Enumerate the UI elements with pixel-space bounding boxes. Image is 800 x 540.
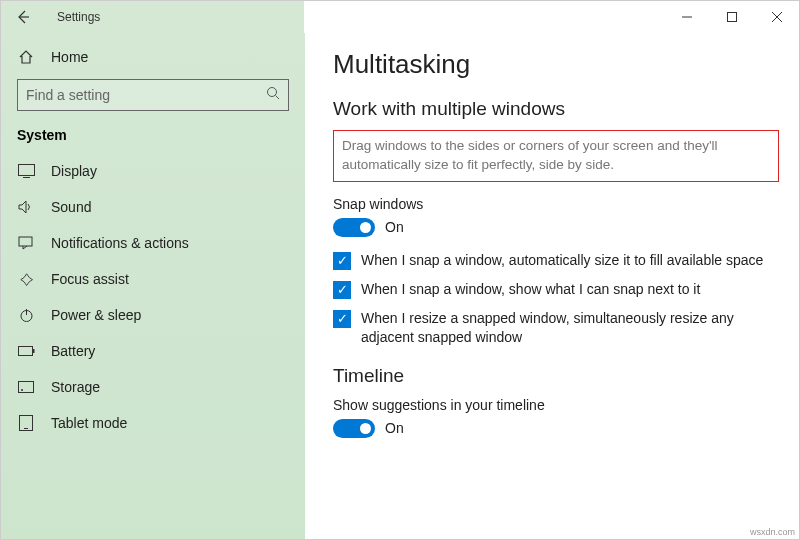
svg-rect-12: [33, 349, 35, 353]
sidebar-item-label: Battery: [51, 343, 95, 359]
tablet-icon: [17, 415, 35, 431]
svg-point-14: [21, 389, 23, 391]
minimize-icon: [682, 12, 692, 22]
minimize-button[interactable]: [664, 1, 709, 33]
titlebar: Settings: [1, 1, 799, 33]
sidebar-item-label: Sound: [51, 199, 91, 215]
svg-line-5: [276, 96, 280, 100]
section-head-windows: Work with multiple windows: [333, 98, 779, 120]
notifications-icon: [17, 236, 35, 250]
sound-icon: [17, 200, 35, 214]
checkbox-label: When I resize a snapped window, simultan…: [361, 309, 779, 347]
svg-rect-11: [18, 347, 32, 356]
svg-rect-8: [19, 237, 32, 246]
home-nav[interactable]: Home: [17, 41, 305, 73]
checkbox-resize-adjacent[interactable]: ✓ When I resize a snapped window, simult…: [333, 309, 779, 347]
svg-rect-1: [727, 13, 736, 22]
search-input[interactable]: [26, 87, 266, 103]
sidebar-item-storage[interactable]: Storage: [17, 369, 305, 405]
sidebar: Home System Display Sound Notifications …: [1, 33, 305, 539]
toggle-state: On: [385, 219, 404, 235]
maximize-button[interactable]: [709, 1, 754, 33]
storage-icon: [17, 381, 35, 393]
checkbox-label: When I snap a window, automatically size…: [361, 251, 763, 270]
toggle-knob: [360, 423, 371, 434]
timeline-suggestions-label: Show suggestions in your timeline: [333, 397, 779, 413]
sidebar-item-display[interactable]: Display: [17, 153, 305, 189]
battery-icon: [17, 346, 35, 356]
snap-windows-toggle[interactable]: On: [333, 218, 779, 237]
toggle-knob: [360, 222, 371, 233]
main-panel: Multitasking Work with multiple windows …: [305, 33, 799, 539]
sidebar-item-label: Focus assist: [51, 271, 129, 287]
sidebar-item-label: Storage: [51, 379, 100, 395]
snap-windows-label: Snap windows: [333, 196, 779, 212]
focus-assist-icon: [17, 272, 35, 287]
section-head-timeline: Timeline: [333, 365, 779, 387]
sidebar-item-label: Power & sleep: [51, 307, 141, 323]
checkmark-icon: ✓: [333, 281, 351, 299]
sidebar-item-notifications[interactable]: Notifications & actions: [17, 225, 305, 261]
sidebar-item-label: Tablet mode: [51, 415, 127, 431]
sidebar-item-battery[interactable]: Battery: [17, 333, 305, 369]
sidebar-item-tablet-mode[interactable]: Tablet mode: [17, 405, 305, 441]
close-icon: [772, 12, 782, 22]
display-icon: [17, 164, 35, 178]
arrow-left-icon: [15, 9, 31, 25]
svg-rect-6: [18, 165, 34, 176]
checkmark-icon: ✓: [333, 252, 351, 270]
window-controls: [664, 1, 799, 33]
sidebar-item-label: Notifications & actions: [51, 235, 189, 251]
toggle-track: [333, 218, 375, 237]
toggle-track: [333, 419, 375, 438]
search-icon: [266, 86, 280, 104]
checkbox-fill-space[interactable]: ✓ When I snap a window, automatically si…: [333, 251, 779, 270]
sidebar-item-label: Display: [51, 163, 97, 179]
maximize-icon: [727, 12, 737, 22]
close-button[interactable]: [754, 1, 799, 33]
home-label: Home: [51, 49, 88, 65]
svg-rect-13: [19, 382, 34, 393]
watermark: wsxdn.com: [750, 527, 795, 537]
sidebar-item-power-sleep[interactable]: Power & sleep: [17, 297, 305, 333]
page-title: Multitasking: [333, 49, 779, 80]
power-icon: [17, 308, 35, 323]
back-button[interactable]: [9, 9, 37, 25]
window-title: Settings: [57, 10, 100, 24]
timeline-suggestions-toggle[interactable]: On: [333, 419, 779, 438]
checkbox-label: When I snap a window, show what I can sn…: [361, 280, 700, 299]
section-head-system: System: [17, 121, 305, 153]
toggle-state: On: [385, 420, 404, 436]
sidebar-item-focus-assist[interactable]: Focus assist: [17, 261, 305, 297]
sidebar-item-sound[interactable]: Sound: [17, 189, 305, 225]
checkbox-show-next[interactable]: ✓ When I snap a window, show what I can …: [333, 280, 779, 299]
search-box[interactable]: [17, 79, 289, 111]
checkmark-icon: ✓: [333, 310, 351, 328]
description-highlight: Drag windows to the sides or corners of …: [333, 130, 779, 182]
svg-point-4: [268, 88, 277, 97]
home-icon: [17, 49, 35, 65]
